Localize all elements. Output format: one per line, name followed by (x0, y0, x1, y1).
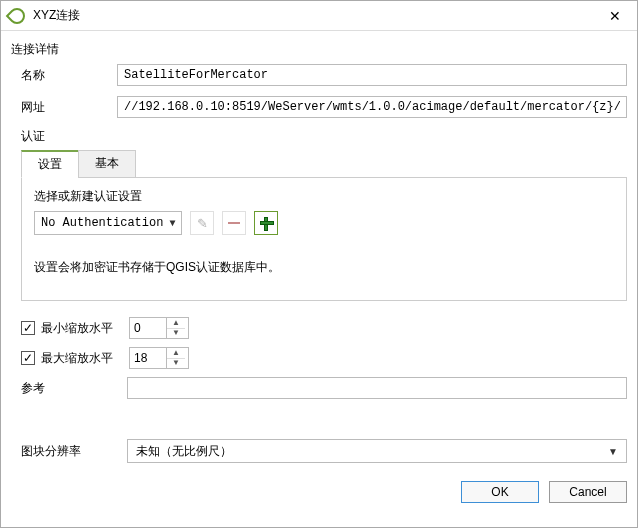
url-input[interactable] (117, 96, 627, 118)
max-zoom-input[interactable] (130, 348, 166, 368)
titlebar: XYZ连接 ✕ (1, 1, 637, 31)
cancel-button[interactable]: Cancel (549, 481, 627, 503)
auth-edit-button: ✎ (190, 211, 214, 235)
spin-down-icon[interactable]: ▼ (167, 329, 185, 339)
spin-up-icon[interactable]: ▲ (167, 348, 185, 359)
connection-details-label: 连接详情 (11, 41, 627, 58)
auth-remove-button (222, 211, 246, 235)
spin-down-icon[interactable]: ▼ (167, 359, 185, 369)
auth-panel: 设置 基本 选择或新建认证设置 No Authentication ▼ ✎ (21, 151, 627, 301)
auth-method-combo[interactable]: No Authentication ▼ (34, 211, 182, 235)
tile-resolution-label: 图块分辨率 (21, 443, 127, 460)
row-min-zoom: ✓ 最小缩放水平 ▲ ▼ (21, 317, 627, 339)
row-max-zoom: ✓ 最大缩放水平 ▲ ▼ (21, 347, 627, 369)
min-zoom-label: 最小缩放水平 (41, 320, 129, 337)
min-zoom-checkbox[interactable]: ✓ (21, 321, 35, 335)
tile-resolution-value: 未知（无比例尺） (136, 443, 232, 460)
reference-input[interactable] (127, 377, 627, 399)
name-label: 名称 (21, 67, 117, 84)
minus-icon (228, 222, 240, 224)
min-zoom-spin-buttons[interactable]: ▲ ▼ (166, 318, 185, 338)
auth-add-button[interactable] (254, 211, 278, 235)
button-bar: OK Cancel (1, 475, 637, 513)
auth-tabs: 设置 基本 (21, 149, 627, 177)
spin-up-icon[interactable]: ▲ (167, 318, 185, 329)
row-url: 网址 (21, 96, 627, 118)
plus-icon (260, 217, 272, 229)
min-zoom-spinner[interactable]: ▲ ▼ (129, 317, 189, 339)
max-zoom-spinner[interactable]: ▲ ▼ (129, 347, 189, 369)
url-label: 网址 (21, 99, 117, 116)
chevron-down-icon: ▼ (608, 446, 618, 457)
auth-widgets: No Authentication ▼ ✎ (34, 211, 614, 235)
name-input[interactable] (117, 64, 627, 86)
app-icon (6, 4, 29, 27)
row-reference: 参考 (21, 377, 627, 399)
dialog-content: 连接详情 名称 网址 认证 设置 基本 选择或新建认证设置 No Authent… (1, 31, 637, 475)
min-zoom-input[interactable] (130, 318, 166, 338)
close-icon: ✕ (609, 8, 621, 24)
chevron-down-icon: ▼ (169, 218, 175, 229)
ok-button[interactable]: OK (461, 481, 539, 503)
max-zoom-checkbox[interactable]: ✓ (21, 351, 35, 365)
auth-label: 认证 (21, 128, 627, 145)
reference-label: 参考 (21, 380, 127, 397)
max-zoom-label: 最大缩放水平 (41, 350, 129, 367)
max-zoom-spin-buttons[interactable]: ▲ ▼ (166, 348, 185, 368)
row-name: 名称 (21, 64, 627, 86)
auth-select-label: 选择或新建认证设置 (34, 188, 614, 205)
close-button[interactable]: ✕ (601, 2, 629, 30)
auth-method-value: No Authentication (41, 216, 163, 230)
auth-tab-body: 选择或新建认证设置 No Authentication ▼ ✎ (21, 177, 627, 301)
tile-resolution-combo[interactable]: 未知（无比例尺） ▼ (127, 439, 627, 463)
row-tile-resolution: 图块分辨率 未知（无比例尺） ▼ (21, 439, 627, 463)
window-title: XYZ连接 (33, 7, 601, 24)
auth-note: 设置会将加密证书存储于QGIS认证数据库中。 (34, 259, 614, 276)
pencil-icon: ✎ (197, 216, 208, 231)
tab-basic[interactable]: 基本 (78, 150, 136, 178)
tab-settings[interactable]: 设置 (21, 150, 79, 178)
